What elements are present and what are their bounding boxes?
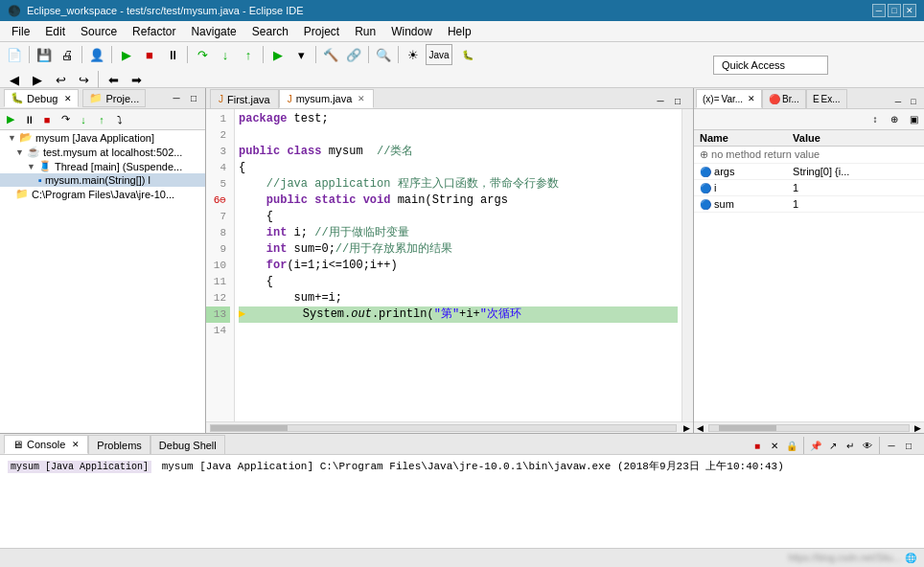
var-tab[interactable]: (x)= Var... ✕	[696, 89, 762, 108]
vars-btn2[interactable]: ⊕	[886, 111, 903, 128]
var-row-sum[interactable]: 🔵 sum 1	[694, 196, 924, 213]
menu-window[interactable]: Window	[383, 23, 440, 40]
run-dropdown[interactable]: ▾	[290, 44, 312, 65]
right-hscroll-track	[708, 424, 910, 432]
tab-close2[interactable]: ✕	[358, 94, 365, 103]
right-hscroll-left[interactable]: ◀	[694, 423, 706, 433]
debug-drop-to[interactable]: ⤵	[111, 111, 128, 128]
menu-search[interactable]: Search	[244, 23, 296, 40]
project-tab[interactable]: 📁 Proje...	[82, 89, 146, 107]
step-into-btn[interactable]: ↓	[215, 44, 236, 65]
search-btn[interactable]: 🔍	[373, 44, 394, 65]
menu-refactor[interactable]: Refactor	[125, 23, 183, 40]
vars-btn1[interactable]: ↕	[866, 111, 884, 128]
debug-suspend-btn[interactable]: ⏸	[20, 111, 37, 128]
perspective-debug-btn[interactable]: 🐛	[454, 44, 481, 65]
perspective-java-btn[interactable]: Java	[426, 44, 452, 65]
console-scroll-lock[interactable]: 🔒	[784, 438, 799, 453]
debug-run-btn[interactable]: ▶	[116, 44, 137, 65]
debug-tree: ▼ 📂 mysum [Java Application] ▼ ☕ test.my…	[0, 130, 205, 433]
debug-pause-btn[interactable]: ⏸	[162, 44, 183, 65]
hscroll-right[interactable]: ▶	[681, 423, 693, 433]
tab-problems[interactable]: Problems	[88, 435, 150, 454]
tab-mysum-java[interactable]: J mysum.java ✕	[279, 89, 375, 108]
close-button[interactable]: ✕	[903, 4, 916, 17]
next-edit-btn[interactable]: ⬅	[103, 69, 124, 90]
external-btn[interactable]: 🔗	[343, 44, 364, 65]
redo-btn[interactable]: ↪	[73, 69, 94, 90]
menu-file[interactable]: File	[4, 23, 37, 40]
console-tab-close[interactable]: ✕	[72, 440, 80, 449]
minimize-button[interactable]: ─	[872, 4, 886, 17]
debug-terminate-btn[interactable]: ■	[38, 111, 56, 128]
console-pin-btn[interactable]: 📌	[808, 438, 823, 453]
editor-scrollbar[interactable]	[681, 109, 693, 421]
console-wrap-btn[interactable]: ↵	[843, 438, 858, 453]
vars-btn3[interactable]: ▣	[905, 111, 922, 128]
fwd-btn[interactable]: ▶	[27, 69, 48, 90]
right-hscroll-right[interactable]: ▶	[912, 423, 924, 433]
debug-tab-close[interactable]: ✕	[64, 94, 72, 103]
var-tab-close[interactable]: ✕	[748, 94, 755, 103]
right-hscroll-thumb[interactable]	[719, 425, 776, 431]
right-min-btn[interactable]: ─	[891, 95, 905, 108]
right-max-btn[interactable]: □	[907, 95, 920, 108]
menu-run[interactable]: Run	[347, 23, 383, 40]
ex-tab-icon: E	[813, 94, 820, 104]
debug-step-return2[interactable]: ↑	[93, 111, 110, 128]
console-clear-btn[interactable]: ✕	[767, 438, 782, 453]
ex-tab[interactable]: E Ex...	[806, 89, 847, 108]
step-return-btn[interactable]: ↑	[238, 44, 259, 65]
tree-mysum-app[interactable]: ▼ 📂 mysum [Java Application]	[0, 130, 205, 145]
br-tab[interactable]: 🔴 Br...	[762, 89, 806, 108]
quick-access-input[interactable]: Quick Access	[713, 56, 828, 75]
hscroll-thumb[interactable]	[211, 425, 288, 431]
tab-debug-shell[interactable]: Debug Shell	[150, 435, 225, 454]
right-hscroll[interactable]: ◀ ▶	[694, 421, 924, 433]
undo-btn[interactable]: ↩	[50, 69, 71, 90]
debug-resume-btn[interactable]: ▶	[2, 111, 19, 128]
menu-navigate[interactable]: Navigate	[183, 23, 243, 40]
debug-stop-btn[interactable]: ■	[139, 44, 160, 65]
tree-thread[interactable]: ▼ 🧵 Thread [main] (Suspende...	[0, 159, 205, 173]
menu-edit[interactable]: Edit	[37, 23, 73, 40]
person-icon-btn[interactable]: 👤	[86, 44, 107, 65]
editor-minimize-btn[interactable]: ─	[653, 93, 668, 108]
title-bar-controls[interactable]: ─ □ ✕	[872, 4, 916, 17]
maximize-button[interactable]: □	[888, 4, 901, 17]
back-btn[interactable]: ◀	[4, 69, 25, 90]
debug-step-over2[interactable]: ↷	[57, 111, 74, 128]
console-min-btn[interactable]: ─	[884, 438, 899, 453]
menu-project[interactable]: Project	[296, 23, 347, 40]
console-stop-btn[interactable]: ■	[750, 438, 765, 453]
editor-hscroll[interactable]: ▶	[206, 421, 693, 433]
code-editor[interactable]: 1 2 3 4 5 6⊖ 7 8 9 10 11 12 13 14	[206, 109, 693, 421]
menu-help[interactable]: Help	[440, 23, 479, 40]
tree-jre[interactable]: 📁 C:\Program Files\Java\jre-10...	[0, 187, 205, 201]
debug-step-into2[interactable]: ↓	[75, 111, 92, 128]
menu-source[interactable]: Source	[73, 23, 125, 40]
editor-maximize-btn[interactable]: □	[670, 93, 685, 108]
var-row-args[interactable]: 🔵 args String[0] {i...	[694, 164, 924, 180]
perspective-btn[interactable]: ☀	[403, 44, 424, 65]
new-button[interactable]: 📄	[4, 44, 25, 65]
tree-test-mysum[interactable]: ▼ ☕ test.mysum at localhost:502...	[0, 145, 205, 159]
build-btn[interactable]: 🔨	[320, 44, 341, 65]
tree-main-method[interactable]: ▪ mysum.main(String[]) l	[0, 173, 205, 187]
save-button[interactable]: 💾	[34, 44, 55, 65]
console-open-btn[interactable]: ↗	[825, 438, 841, 453]
tab-console[interactable]: 🖥 Console ✕	[4, 435, 88, 454]
code-content[interactable]: package test; public class mysum //类名 { …	[235, 109, 681, 421]
console-max-btn[interactable]: □	[901, 438, 916, 453]
maximize-panel-btn[interactable]: □	[186, 91, 201, 106]
step-over-btn[interactable]: ↷	[192, 44, 213, 65]
prev-edit-btn[interactable]: ➡	[126, 69, 147, 90]
console-show-btn[interactable]: 👁	[860, 438, 875, 453]
debug-tab[interactable]: 🐛 Debug ✕	[4, 89, 79, 107]
print-button[interactable]: 🖨	[57, 44, 78, 65]
minimize-panel-btn[interactable]: ─	[169, 91, 184, 106]
run-green-btn[interactable]: ▶	[267, 44, 289, 65]
kw-public6: public	[266, 193, 308, 209]
tab-first-java[interactable]: J First.java	[210, 89, 279, 108]
var-row-i[interactable]: 🔵 i 1	[694, 180, 924, 196]
